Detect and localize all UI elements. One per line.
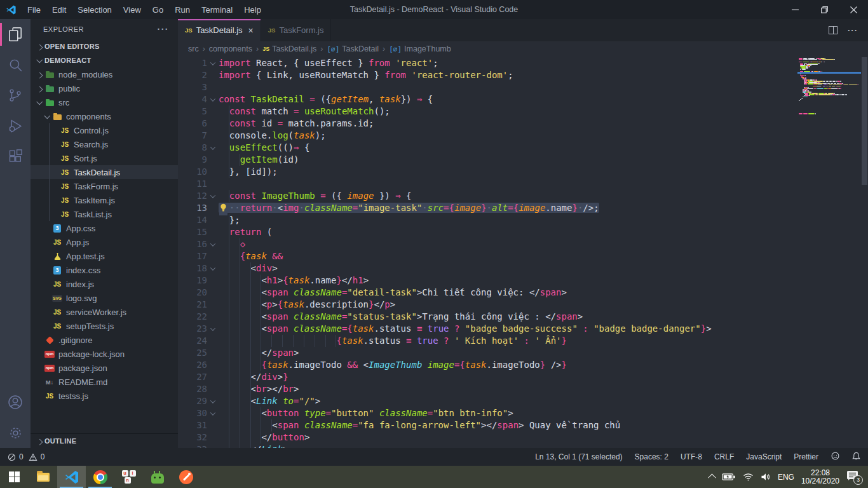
menu-terminal[interactable]: Terminal [196, 0, 238, 19]
tree-item-serviceworker-js[interactable]: JSserviceWorker.js [31, 305, 178, 319]
menu-help[interactable]: Help [238, 0, 267, 19]
code-line-8[interactable]: 8 useEffect(()⇒ { [178, 142, 868, 154]
minimize-button[interactable] [780, 0, 810, 19]
tree-item-app-test-js[interactable]: App.test.js [31, 249, 178, 263]
more-actions-icon[interactable]: ··· [848, 25, 858, 35]
code-line-10[interactable]: 10 }, [id]); [178, 166, 868, 178]
code-line-1[interactable]: 1import React, { useEffect } from 'react… [178, 57, 868, 69]
tree-item-setuptests-js[interactable]: JSsetupTests.js [31, 319, 178, 333]
tree-item-node-modules[interactable]: node_modules [31, 67, 178, 81]
outline-section[interactable]: OUTLINE [31, 433, 178, 448]
wifi-icon[interactable] [743, 473, 754, 481]
code-line-22[interactable]: 22 <span className="status-task">Trạng t… [178, 311, 868, 323]
code-line-6[interactable]: 6 const id = match.params.id; [178, 118, 868, 130]
code-line-17[interactable]: 17 {task && [178, 250, 868, 262]
explorer-more-actions-icon[interactable]: ··· [158, 24, 170, 34]
activity-extensions-icon[interactable] [0, 141, 31, 172]
status-prettier[interactable]: Prettier [794, 452, 818, 461]
tree-item-control-js[interactable]: JSControl.js [31, 123, 178, 137]
tree-item-logo-svg[interactable]: SVGlogo.svg [31, 291, 178, 305]
taskbar-file-explorer-button[interactable] [29, 466, 57, 488]
fold-chevron-icon[interactable] [207, 93, 219, 105]
status-ln[interactable]: Ln 13, Col 1 (71 selected) [535, 452, 622, 461]
tree-item-app-css[interactable]: 3App.css [31, 221, 178, 235]
breadcrumb-item-imagethumb[interactable]: [∅]ImageThumb [389, 44, 451, 53]
tree-item-taskform-js[interactable]: JSTaskForm.js [31, 179, 178, 193]
fold-chevron-icon[interactable] [207, 395, 219, 407]
code-line-14[interactable]: 14 }; [178, 214, 868, 226]
taskbar-postman-button[interactable] [172, 466, 200, 488]
bell-icon[interactable] [852, 452, 860, 463]
code-line-9[interactable]: 9 getItem(id) [178, 154, 868, 166]
code-line-5[interactable]: 5 const match = useRouteMatch(); [178, 105, 868, 118]
code-line-27[interactable]: 27 </div>} [178, 371, 868, 383]
taskbar-unikey-button[interactable]: uin [114, 466, 143, 488]
code-line-4[interactable]: 4const TaskDetail = ({getItem, task}) ⇒ … [178, 93, 868, 105]
taskbar-start-button[interactable] [0, 466, 29, 488]
activity-settings-icon[interactable] [0, 417, 31, 448]
code-line-12[interactable]: 12 const ImageThumb = ({ image }) ⇒ { [178, 190, 868, 202]
status-crlf[interactable]: CRLF [714, 452, 734, 461]
tree-item-package-json[interactable]: npmpackage.json [31, 361, 178, 375]
taskbar-vscode-button[interactable] [57, 466, 86, 488]
menu-go[interactable]: Go [147, 0, 169, 19]
fold-chevron-icon[interactable] [207, 262, 219, 274]
menu-file[interactable]: File [22, 0, 46, 19]
breadcrumb-item-src[interactable]: src [188, 44, 199, 53]
tree-item-app-js[interactable]: JSApp.js [31, 235, 178, 249]
code-line-28[interactable]: 28 <br></br> [178, 383, 868, 395]
code-line-21[interactable]: 21 <p>{task.description}</p> [178, 299, 868, 311]
code-line-7[interactable]: 7 console.log(task); [178, 130, 868, 142]
code-line-25[interactable]: 25 </span> [178, 347, 868, 359]
breadcrumb-item-components[interactable]: components [209, 44, 252, 53]
language-indicator[interactable]: ENG [778, 473, 794, 482]
open-editors-section[interactable]: OPEN EDITORS [31, 39, 178, 53]
code-line-2[interactable]: 2import { Link, useRouteMatch } from 're… [178, 69, 868, 81]
status-javascript[interactable]: JavaScript [746, 452, 782, 461]
battery-icon[interactable] [722, 473, 736, 481]
code-line-19[interactable]: 19 <h1>{task.name}</h1> [178, 274, 868, 287]
activity-search-icon[interactable] [0, 50, 31, 80]
code-line-20[interactable]: 20 <span className="detail-task">Chi tiế… [178, 287, 868, 299]
tree-item-index-js[interactable]: JSindex.js [31, 277, 178, 291]
tree-item-src[interactable]: src [31, 95, 178, 109]
tree-item-package-lock-json[interactable]: npmpackage-lock.json [31, 347, 178, 361]
activity-run-debug-icon[interactable] [0, 111, 31, 141]
breadcrumb-item-taskdetail[interactable]: [∅]TaskDetail [327, 44, 379, 53]
restore-button[interactable] [810, 0, 839, 19]
fold-chevron-icon[interactable] [207, 238, 219, 250]
tree-item-testss-js[interactable]: JStestss.js [31, 389, 178, 403]
tree-item-components[interactable]: components [31, 109, 178, 123]
tree-item-tasklist-js[interactable]: JSTaskList.js [31, 207, 178, 221]
split-editor-icon[interactable] [829, 26, 837, 34]
code-editor[interactable]: 1import React, { useEffect } from 'react… [178, 57, 868, 448]
scrollbar-thumb[interactable] [862, 57, 867, 185]
code-line-16[interactable]: 16 ◇ [178, 238, 868, 250]
taskbar-chrome-button[interactable] [86, 466, 114, 488]
menu-run[interactable]: Run [169, 0, 196, 19]
menu-selection[interactable]: Selection [72, 0, 117, 19]
code-line-15[interactable]: 15 return ( [178, 226, 868, 238]
clock[interactable]: 22:08 10/24/2020 [801, 469, 839, 485]
tree-item-readme-md[interactable]: M↓README.md [31, 375, 178, 389]
code-line-3[interactable]: 3 [178, 81, 868, 93]
activity-account-icon[interactable] [0, 387, 31, 417]
feedback-icon[interactable] [831, 452, 840, 463]
fold-chevron-icon[interactable] [207, 323, 219, 335]
tray-chevron-up-icon[interactable] [708, 474, 716, 482]
minimap[interactable] [797, 58, 861, 448]
activity-source-control-icon[interactable] [0, 80, 31, 111]
tree-item-taskitem-js[interactable]: JSTaskItem.js [31, 193, 178, 207]
scrollbar[interactable] [861, 57, 868, 448]
tree-item-public[interactable]: public [31, 81, 178, 95]
code-line-31[interactable]: 31 <span className="fa fa-long-arrow-lef… [178, 419, 868, 431]
tree-item--gitignore[interactable]: .gitignore [31, 333, 178, 347]
tree-item-search-js[interactable]: JSSearch.js [31, 137, 178, 151]
fold-chevron-icon[interactable] [207, 407, 219, 419]
code-line-13[interactable]: 13····return·<img·className="image-task"… [178, 202, 868, 214]
fold-chevron-icon[interactable] [207, 142, 219, 154]
code-line-11[interactable]: 11 [178, 178, 868, 190]
fold-chevron-icon[interactable] [207, 57, 219, 69]
close-button[interactable] [839, 0, 868, 19]
status-spaces[interactable]: Spaces: 2 [635, 452, 668, 461]
